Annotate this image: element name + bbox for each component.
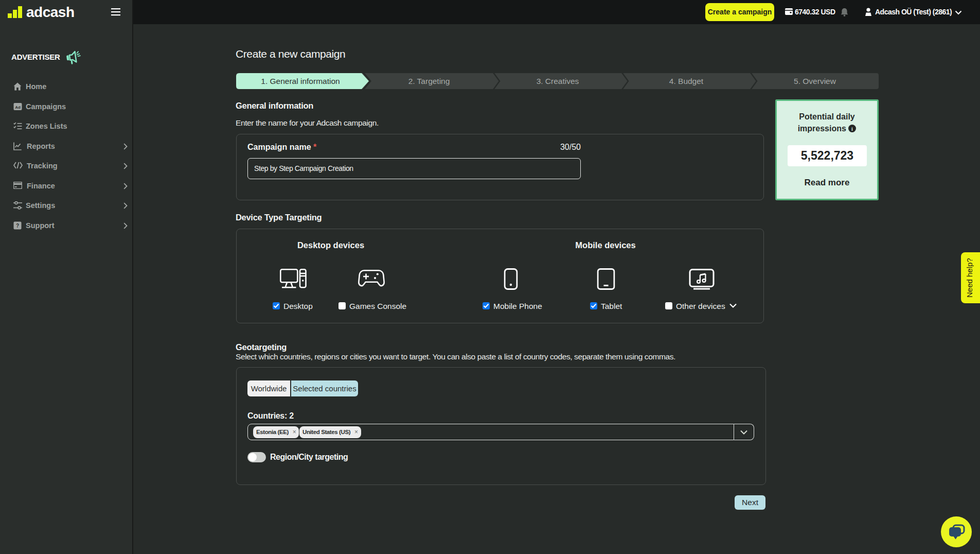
svg-text:?: ? bbox=[16, 223, 19, 229]
svg-text:Ad: Ad bbox=[15, 105, 21, 110]
svg-text:i: i bbox=[851, 126, 853, 132]
